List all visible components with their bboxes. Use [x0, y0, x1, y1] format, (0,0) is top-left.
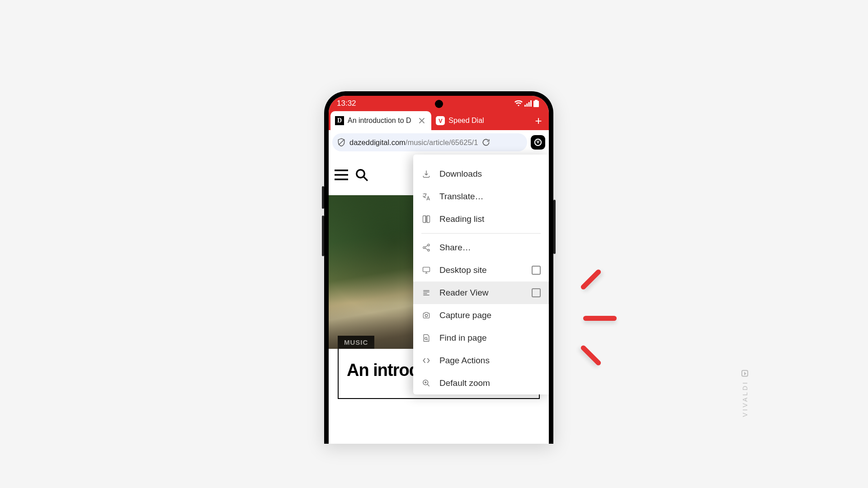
menu-find-in-page[interactable]: Find in page — [413, 327, 549, 349]
status-time: 13:32 — [337, 99, 356, 108]
svg-point-1 — [428, 244, 429, 246]
phone-frame: 13:32 D An introduction to D — [324, 91, 553, 444]
menu-share[interactable]: Share… — [413, 236, 549, 259]
menu-label: Reading list — [439, 214, 484, 224]
url-host: dazeddigital.com — [349, 138, 406, 146]
address-bar-row: dazeddigital.com/music/article/65625/1 — [329, 130, 549, 155]
menu-downloads[interactable]: Downloads — [413, 163, 549, 185]
svg-point-2 — [423, 247, 425, 249]
find-icon — [421, 333, 431, 343]
hamburger-icon[interactable] — [334, 169, 349, 181]
download-icon — [421, 169, 431, 179]
menu-divider — [421, 233, 541, 234]
menu-label: Reader View — [439, 288, 488, 298]
reader-view-checkbox[interactable] — [532, 288, 541, 297]
volume-up-button — [322, 186, 324, 209]
svg-point-5 — [425, 314, 427, 317]
menu-label: Default zoom — [439, 378, 490, 388]
menu-reading-list[interactable]: Reading list — [413, 208, 549, 230]
phone-screen: 13:32 D An introduction to D — [329, 96, 549, 444]
menu-translate[interactable]: Translate… — [413, 185, 549, 208]
svg-rect-4 — [423, 267, 430, 272]
url-text: dazeddigital.com/music/article/65625/1 — [349, 138, 478, 147]
tab-strip: D An introduction to D V Speed Dial + — [329, 111, 549, 130]
promo-canvas: VIVALDI 13:32 D An introductio — [108, 57, 760, 431]
battery-icon — [533, 100, 539, 107]
menu-label: Desktop site — [439, 265, 487, 275]
search-icon[interactable] — [355, 168, 368, 182]
desktop-icon — [421, 265, 431, 275]
vivaldi-favicon: V — [436, 116, 445, 125]
close-tab-icon[interactable] — [419, 117, 427, 124]
translate-icon — [421, 192, 431, 202]
vivaldi-logo-icon — [742, 370, 749, 377]
overflow-menu: Downloads Translate… Reading list Share… — [413, 155, 549, 394]
menu-label: Page Actions — [439, 356, 490, 366]
tracker-shield-icon[interactable] — [337, 138, 346, 147]
reader-view-icon — [421, 288, 431, 298]
wifi-icon — [514, 100, 523, 107]
volume-down-button — [322, 216, 324, 256]
reload-icon[interactable] — [481, 138, 491, 147]
power-button — [553, 200, 556, 254]
menu-desktop-site[interactable]: Desktop site — [413, 259, 549, 282]
status-bar: 13:32 — [329, 96, 549, 111]
url-path: /music/article/65625/1 — [406, 138, 478, 146]
vivaldi-watermark: VIVALDI — [741, 370, 749, 417]
signal-icon — [524, 100, 532, 107]
svg-point-6 — [425, 337, 427, 339]
desktop-site-checkbox[interactable] — [532, 266, 541, 275]
menu-page-actions[interactable]: Page Actions — [413, 349, 549, 372]
camera-icon — [421, 310, 431, 320]
menu-label: Capture page — [439, 310, 491, 320]
svg-point-3 — [428, 249, 429, 251]
tab-speed-dial[interactable]: V Speed Dial — [431, 111, 528, 130]
web-page-content: MUSIC An introd Downloads Translate… — [329, 155, 549, 444]
menu-label: Find in page — [439, 333, 487, 343]
zoom-icon — [421, 378, 431, 388]
watermark-text: VIVALDI — [741, 380, 749, 417]
menu-label: Downloads — [439, 169, 482, 179]
status-icons — [514, 100, 539, 107]
reading-list-icon — [421, 214, 431, 224]
menu-capture-page[interactable]: Capture page — [413, 304, 549, 327]
tab-inactive-title: Speed Dial — [448, 117, 524, 125]
vivaldi-menu-button[interactable] — [531, 135, 545, 150]
share-icon — [421, 243, 431, 253]
new-tab-button[interactable]: + — [528, 111, 549, 130]
dazed-favicon: D — [335, 116, 344, 125]
camera-cutout — [435, 100, 443, 108]
page-actions-icon — [421, 356, 431, 366]
address-bar[interactable]: dazeddigital.com/music/article/65625/1 — [332, 133, 527, 151]
tab-active-title: An introduction to D — [348, 117, 415, 125]
menu-label: Share… — [439, 243, 471, 253]
tab-active[interactable]: D An introduction to D — [330, 111, 431, 130]
category-tag: MUSIC — [338, 336, 374, 349]
menu-default-zoom[interactable]: Default zoom — [413, 372, 549, 394]
menu-label: Translate… — [439, 192, 484, 202]
menu-reader-view[interactable]: Reader View — [413, 282, 549, 304]
